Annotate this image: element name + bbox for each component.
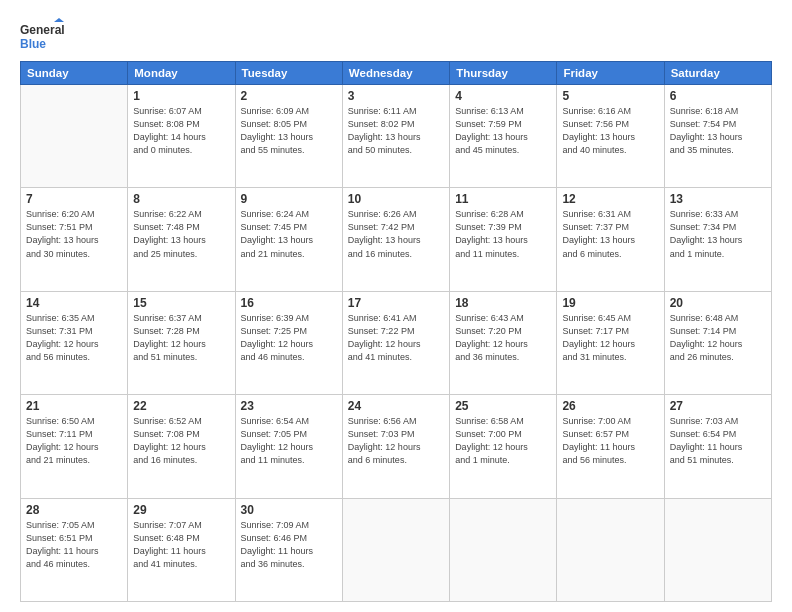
day-number: 24 <box>348 399 444 413</box>
day-number: 30 <box>241 503 337 517</box>
day-info: Sunrise: 6:18 AM Sunset: 7:54 PM Dayligh… <box>670 105 766 157</box>
day-number: 21 <box>26 399 122 413</box>
day-info: Sunrise: 6:45 AM Sunset: 7:17 PM Dayligh… <box>562 312 658 364</box>
day-info: Sunrise: 6:41 AM Sunset: 7:22 PM Dayligh… <box>348 312 444 364</box>
calendar-cell: 14Sunrise: 6:35 AM Sunset: 7:31 PM Dayli… <box>21 291 128 394</box>
day-number: 2 <box>241 89 337 103</box>
calendar-cell: 21Sunrise: 6:50 AM Sunset: 7:11 PM Dayli… <box>21 395 128 498</box>
day-info: Sunrise: 6:39 AM Sunset: 7:25 PM Dayligh… <box>241 312 337 364</box>
calendar-cell: 1Sunrise: 6:07 AM Sunset: 8:08 PM Daylig… <box>128 85 235 188</box>
day-number: 15 <box>133 296 229 310</box>
day-info: Sunrise: 6:24 AM Sunset: 7:45 PM Dayligh… <box>241 208 337 260</box>
calendar-cell: 17Sunrise: 6:41 AM Sunset: 7:22 PM Dayli… <box>342 291 449 394</box>
day-info: Sunrise: 7:07 AM Sunset: 6:48 PM Dayligh… <box>133 519 229 571</box>
day-number: 20 <box>670 296 766 310</box>
calendar-cell: 16Sunrise: 6:39 AM Sunset: 7:25 PM Dayli… <box>235 291 342 394</box>
day-info: Sunrise: 6:11 AM Sunset: 8:02 PM Dayligh… <box>348 105 444 157</box>
calendar-header: SundayMondayTuesdayWednesdayThursdayFrid… <box>21 62 772 85</box>
day-info: Sunrise: 6:09 AM Sunset: 8:05 PM Dayligh… <box>241 105 337 157</box>
svg-text:Blue: Blue <box>20 37 46 51</box>
calendar-cell: 22Sunrise: 6:52 AM Sunset: 7:08 PM Dayli… <box>128 395 235 498</box>
day-info: Sunrise: 6:33 AM Sunset: 7:34 PM Dayligh… <box>670 208 766 260</box>
day-number: 14 <box>26 296 122 310</box>
day-info: Sunrise: 6:52 AM Sunset: 7:08 PM Dayligh… <box>133 415 229 467</box>
day-info: Sunrise: 7:09 AM Sunset: 6:46 PM Dayligh… <box>241 519 337 571</box>
day-info: Sunrise: 6:48 AM Sunset: 7:14 PM Dayligh… <box>670 312 766 364</box>
header: GeneralBlue <box>20 18 772 53</box>
day-number: 9 <box>241 192 337 206</box>
day-info: Sunrise: 6:16 AM Sunset: 7:56 PM Dayligh… <box>562 105 658 157</box>
day-number: 22 <box>133 399 229 413</box>
calendar-cell: 9Sunrise: 6:24 AM Sunset: 7:45 PM Daylig… <box>235 188 342 291</box>
day-number: 12 <box>562 192 658 206</box>
weekday-header: Tuesday <box>235 62 342 85</box>
day-info: Sunrise: 6:37 AM Sunset: 7:28 PM Dayligh… <box>133 312 229 364</box>
day-number: 29 <box>133 503 229 517</box>
weekday-header: Saturday <box>664 62 771 85</box>
day-info: Sunrise: 6:54 AM Sunset: 7:05 PM Dayligh… <box>241 415 337 467</box>
day-number: 5 <box>562 89 658 103</box>
calendar-cell: 3Sunrise: 6:11 AM Sunset: 8:02 PM Daylig… <box>342 85 449 188</box>
day-info: Sunrise: 6:28 AM Sunset: 7:39 PM Dayligh… <box>455 208 551 260</box>
svg-marker-0 <box>54 18 64 22</box>
day-info: Sunrise: 6:50 AM Sunset: 7:11 PM Dayligh… <box>26 415 122 467</box>
day-info: Sunrise: 6:31 AM Sunset: 7:37 PM Dayligh… <box>562 208 658 260</box>
calendar-cell: 25Sunrise: 6:58 AM Sunset: 7:00 PM Dayli… <box>450 395 557 498</box>
day-number: 6 <box>670 89 766 103</box>
calendar-week-row: 14Sunrise: 6:35 AM Sunset: 7:31 PM Dayli… <box>21 291 772 394</box>
calendar-cell: 11Sunrise: 6:28 AM Sunset: 7:39 PM Dayli… <box>450 188 557 291</box>
calendar-body: 1Sunrise: 6:07 AM Sunset: 8:08 PM Daylig… <box>21 85 772 602</box>
day-number: 23 <box>241 399 337 413</box>
day-number: 17 <box>348 296 444 310</box>
calendar-cell <box>21 85 128 188</box>
day-number: 13 <box>670 192 766 206</box>
day-info: Sunrise: 6:22 AM Sunset: 7:48 PM Dayligh… <box>133 208 229 260</box>
calendar-cell <box>664 498 771 601</box>
calendar-cell: 8Sunrise: 6:22 AM Sunset: 7:48 PM Daylig… <box>128 188 235 291</box>
day-info: Sunrise: 6:26 AM Sunset: 7:42 PM Dayligh… <box>348 208 444 260</box>
calendar-cell: 6Sunrise: 6:18 AM Sunset: 7:54 PM Daylig… <box>664 85 771 188</box>
day-info: Sunrise: 6:56 AM Sunset: 7:03 PM Dayligh… <box>348 415 444 467</box>
day-number: 25 <box>455 399 551 413</box>
calendar-cell: 13Sunrise: 6:33 AM Sunset: 7:34 PM Dayli… <box>664 188 771 291</box>
calendar-week-row: 28Sunrise: 7:05 AM Sunset: 6:51 PM Dayli… <box>21 498 772 601</box>
day-number: 1 <box>133 89 229 103</box>
calendar-cell: 27Sunrise: 7:03 AM Sunset: 6:54 PM Dayli… <box>664 395 771 498</box>
day-info: Sunrise: 6:43 AM Sunset: 7:20 PM Dayligh… <box>455 312 551 364</box>
calendar-cell: 19Sunrise: 6:45 AM Sunset: 7:17 PM Dayli… <box>557 291 664 394</box>
calendar-cell: 7Sunrise: 6:20 AM Sunset: 7:51 PM Daylig… <box>21 188 128 291</box>
day-number: 16 <box>241 296 337 310</box>
day-number: 4 <box>455 89 551 103</box>
day-number: 18 <box>455 296 551 310</box>
calendar-cell: 20Sunrise: 6:48 AM Sunset: 7:14 PM Dayli… <box>664 291 771 394</box>
weekday-header: Wednesday <box>342 62 449 85</box>
logo-svg: GeneralBlue <box>20 18 70 53</box>
calendar-cell: 2Sunrise: 6:09 AM Sunset: 8:05 PM Daylig… <box>235 85 342 188</box>
calendar-cell: 4Sunrise: 6:13 AM Sunset: 7:59 PM Daylig… <box>450 85 557 188</box>
calendar-cell <box>342 498 449 601</box>
weekday-header: Monday <box>128 62 235 85</box>
calendar-table: SundayMondayTuesdayWednesdayThursdayFrid… <box>20 61 772 602</box>
calendar-cell: 26Sunrise: 7:00 AM Sunset: 6:57 PM Dayli… <box>557 395 664 498</box>
calendar-cell: 24Sunrise: 6:56 AM Sunset: 7:03 PM Dayli… <box>342 395 449 498</box>
day-info: Sunrise: 7:03 AM Sunset: 6:54 PM Dayligh… <box>670 415 766 467</box>
calendar-cell: 10Sunrise: 6:26 AM Sunset: 7:42 PM Dayli… <box>342 188 449 291</box>
calendar-cell: 30Sunrise: 7:09 AM Sunset: 6:46 PM Dayli… <box>235 498 342 601</box>
calendar-cell: 12Sunrise: 6:31 AM Sunset: 7:37 PM Dayli… <box>557 188 664 291</box>
logo: GeneralBlue <box>20 18 70 53</box>
calendar-cell: 18Sunrise: 6:43 AM Sunset: 7:20 PM Dayli… <box>450 291 557 394</box>
calendar-week-row: 21Sunrise: 6:50 AM Sunset: 7:11 PM Dayli… <box>21 395 772 498</box>
weekday-row: SundayMondayTuesdayWednesdayThursdayFrid… <box>21 62 772 85</box>
day-number: 28 <box>26 503 122 517</box>
calendar-cell: 5Sunrise: 6:16 AM Sunset: 7:56 PM Daylig… <box>557 85 664 188</box>
calendar-cell: 15Sunrise: 6:37 AM Sunset: 7:28 PM Dayli… <box>128 291 235 394</box>
svg-text:General: General <box>20 23 65 37</box>
day-info: Sunrise: 6:35 AM Sunset: 7:31 PM Dayligh… <box>26 312 122 364</box>
calendar-cell <box>450 498 557 601</box>
calendar-cell: 28Sunrise: 7:05 AM Sunset: 6:51 PM Dayli… <box>21 498 128 601</box>
day-info: Sunrise: 7:05 AM Sunset: 6:51 PM Dayligh… <box>26 519 122 571</box>
day-info: Sunrise: 6:07 AM Sunset: 8:08 PM Dayligh… <box>133 105 229 157</box>
calendar-cell <box>557 498 664 601</box>
day-info: Sunrise: 6:13 AM Sunset: 7:59 PM Dayligh… <box>455 105 551 157</box>
day-info: Sunrise: 7:00 AM Sunset: 6:57 PM Dayligh… <box>562 415 658 467</box>
